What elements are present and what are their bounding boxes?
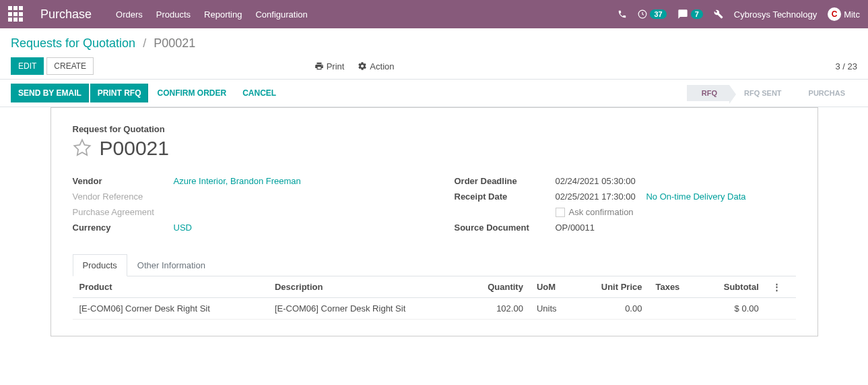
discuss-icon[interactable]: 7 [677, 9, 703, 20]
company-switcher[interactable]: Cybrosys Technology [734, 9, 817, 20]
table-row[interactable]: [E-COM06] Corner Desk Right Sit [E-COM06… [73, 298, 796, 320]
label-order-deadline: Order Deadline [455, 176, 556, 186]
th-uom[interactable]: UoM [530, 276, 575, 298]
menu-products[interactable]: Products [156, 9, 191, 20]
cell-taxes [648, 298, 700, 320]
tab-other-information[interactable]: Other Information [127, 254, 215, 276]
menu-reporting[interactable]: Reporting [204, 9, 242, 20]
value-vendor[interactable]: Azure Interior, Brandon Freeman [174, 176, 301, 186]
app-title[interactable]: Purchase [40, 7, 92, 22]
label-ask-confirmation: Ask confirmation [569, 207, 634, 217]
label-purchase-agreement: Purchase Agreement [73, 207, 174, 217]
form-tabs: Products Other Information [73, 254, 796, 276]
user-menu[interactable]: C Mitc [828, 7, 860, 21]
th-description[interactable]: Description [268, 276, 463, 298]
phone-icon[interactable] [617, 9, 627, 19]
record-title: P00021 [100, 137, 169, 160]
form-subtitle: Request for Quotation [73, 124, 796, 134]
cell-unit-price: 0.00 [575, 298, 648, 320]
value-source-document: OP/00011 [556, 223, 796, 233]
main-menu: Orders Products Reporting Configuration [116, 9, 308, 20]
th-unit-price[interactable]: Unit Price [575, 276, 648, 298]
product-lines-table: Product Description Quantity UoM Unit Pr… [73, 276, 796, 320]
breadcrumb: Requests for Quotation / P00021 [11, 36, 857, 51]
control-panel: Requests for Quotation / P00021 Edit Cre… [0, 28, 868, 79]
form-sheet: Request for Quotation P00021 Vendor Azur… [51, 107, 818, 336]
send-by-email-button[interactable]: Send by Email [11, 84, 89, 102]
print-rfq-button[interactable]: Print RFQ [90, 84, 149, 102]
activity-icon[interactable]: 37 [638, 9, 666, 19]
nav-right: 37 7 Cybrosys Technology C Mitc [617, 7, 860, 21]
cell-product: [E-COM06] Corner Desk Right Sit [73, 298, 268, 320]
breadcrumb-separator: / [143, 36, 146, 50]
cell-subtotal: $ 0.00 [700, 298, 766, 320]
menu-orders[interactable]: Orders [116, 9, 143, 20]
label-source-document: Source Document [455, 223, 556, 233]
label-vendor-ref: Vendor Reference [73, 191, 174, 202]
status-step-rfq[interactable]: RFQ [687, 85, 729, 101]
cell-uom: Units [530, 298, 575, 320]
gear-icon [358, 61, 367, 71]
apps-icon[interactable] [8, 6, 24, 22]
pager[interactable]: 3 / 23 [835, 61, 857, 71]
value-order-deadline: 02/24/2021 05:30:00 [556, 176, 796, 186]
status-step-purchase[interactable]: PURCHAS [794, 85, 857, 101]
action-label: Action [370, 61, 394, 71]
th-kebab-icon[interactable]: ⋮ [766, 276, 796, 298]
user-name: Mitc [844, 9, 860, 20]
print-dropdown[interactable]: Print [314, 61, 345, 71]
discuss-badge: 7 [691, 9, 703, 19]
activity-badge: 37 [650, 9, 666, 19]
action-dropdown[interactable]: Action [358, 61, 394, 71]
confirm-order-button[interactable]: Confirm Order [149, 84, 234, 102]
debug-icon[interactable] [714, 9, 723, 19]
label-vendor: Vendor [73, 176, 174, 186]
breadcrumb-current: P00021 [154, 36, 195, 50]
cell-quantity: 102.00 [463, 298, 530, 320]
cell-description: [E-COM06] Corner Desk Right Sit [268, 298, 463, 320]
th-subtotal[interactable]: Subtotal [700, 276, 766, 298]
cancel-button[interactable]: Cancel [235, 84, 283, 102]
value-currency[interactable]: USD [174, 223, 192, 233]
cell-empty [766, 298, 796, 320]
th-taxes[interactable]: Taxes [648, 276, 700, 298]
receipt-date-text: 02/25/2021 17:30:00 [556, 191, 636, 202]
status-step-rfq-sent[interactable]: RFQ SENT [729, 85, 794, 101]
th-quantity[interactable]: Quantity [463, 276, 530, 298]
ask-confirmation-checkbox[interactable] [556, 208, 565, 217]
tab-products[interactable]: Products [73, 254, 127, 276]
status-bar: Send by Email Print RFQ Confirm Order Ca… [0, 79, 868, 107]
status-steps: RFQ RFQ SENT PURCHAS [687, 85, 857, 101]
label-receipt-date: Receipt Date [455, 191, 556, 202]
value-receipt-date: 02/25/2021 17:30:00 No On-time Delivery … [556, 191, 796, 202]
edit-button[interactable]: Edit [11, 57, 44, 75]
label-currency: Currency [73, 223, 174, 233]
priority-star-icon[interactable] [73, 138, 92, 159]
avatar: C [828, 7, 841, 21]
delivery-info-link[interactable]: No On-time Delivery Data [646, 191, 745, 202]
breadcrumb-parent[interactable]: Requests for Quotation [11, 36, 135, 50]
th-product[interactable]: Product [73, 276, 268, 298]
top-navbar: Purchase Orders Products Reporting Confi… [0, 0, 868, 28]
print-label: Print [327, 61, 345, 71]
menu-configuration[interactable]: Configuration [255, 9, 307, 20]
create-button[interactable]: Create [46, 57, 94, 75]
print-icon [314, 61, 324, 71]
